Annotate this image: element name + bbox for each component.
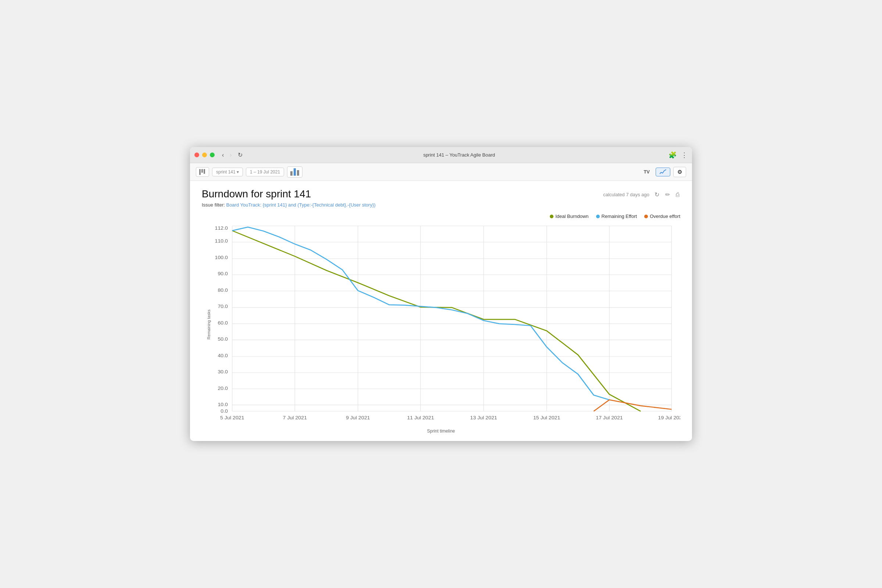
sprint-range-selector[interactable]: 1 – 19 Jul 2021 (246, 168, 284, 176)
legend-ideal: Ideal Burndown (550, 213, 588, 219)
browser-title: sprint 141 – YouTrack Agile Board (250, 152, 669, 158)
svg-rect-2 (204, 169, 205, 174)
svg-text:17 Jul 2021: 17 Jul 2021 (596, 415, 622, 420)
reload-button[interactable]: ↻ (236, 151, 244, 159)
sprint-label: sprint 141 ▾ (216, 170, 239, 175)
overdue-effort-label: Overdue effort (650, 213, 680, 219)
browser-actions: 🧩 ⋮ (669, 151, 688, 159)
svg-text:10.0: 10.0 (218, 402, 228, 407)
x-axis-label: Sprint timeline (202, 429, 680, 434)
svg-text:15 Jul 2021: 15 Jul 2021 (533, 415, 560, 420)
print-button[interactable]: ⎙ (675, 191, 680, 199)
burndown-chart: 0.0 10.0 20.0 30.0 40.0 50.0 60.0 70.0 8… (202, 222, 680, 427)
board-icon-button[interactable] (196, 167, 209, 177)
title-bar: ‹ › ↻ sprint 141 – YouTrack Agile Board … (190, 147, 692, 163)
svg-text:100.0: 100.0 (214, 255, 228, 260)
overdue-effort-line (594, 400, 671, 411)
back-button[interactable]: ‹ (220, 151, 225, 159)
svg-rect-4 (294, 168, 296, 176)
y-axis-label: Remaining tasks (207, 309, 211, 339)
svg-text:5 Jul 2021: 5 Jul 2021 (220, 415, 244, 420)
svg-text:90.0: 90.0 (218, 271, 228, 276)
forward-button[interactable]: › (228, 151, 233, 159)
refresh-button[interactable]: ↻ (654, 190, 660, 199)
svg-text:80.0: 80.0 (218, 288, 228, 293)
sprint-selector[interactable]: sprint 141 ▾ (212, 168, 243, 176)
header-actions: calculated 7 days ago ↻ ✏ ⎙ (603, 188, 680, 199)
svg-text:110.0: 110.0 (214, 238, 228, 243)
board-icon (199, 169, 206, 175)
chart-icon (290, 168, 299, 176)
ideal-burndown-line (232, 231, 640, 411)
browser-window: ‹ › ↻ sprint 141 – YouTrack Agile Board … (190, 147, 692, 441)
overdue-effort-dot (644, 214, 648, 218)
ideal-burndown-label: Ideal Burndown (555, 213, 588, 219)
svg-text:50.0: 50.0 (218, 337, 228, 342)
extensions-icon[interactable]: 🧩 (669, 151, 676, 159)
issue-filter: Issue filter: Board YouTrack: {sprint 14… (202, 202, 680, 208)
svg-rect-0 (199, 169, 201, 175)
svg-text:60.0: 60.0 (218, 321, 228, 326)
page-title: Burndown for sprint 141 (202, 188, 311, 200)
svg-text:30.0: 30.0 (218, 369, 228, 375)
toolbar-right: TV ⚙ (640, 167, 686, 177)
svg-text:20.0: 20.0 (218, 386, 228, 391)
maximize-button[interactable] (210, 153, 214, 157)
svg-text:40.0: 40.0 (218, 353, 228, 358)
svg-rect-1 (201, 169, 203, 173)
ideal-burndown-dot (550, 214, 554, 218)
svg-rect-3 (290, 171, 292, 176)
legend-remaining: Remaining Effort (596, 213, 637, 219)
minimize-button[interactable] (202, 153, 207, 157)
traffic-lights (194, 153, 214, 157)
chart-container: Ideal Burndown Remaining Effort Overdue … (202, 213, 680, 434)
settings-button[interactable]: ⚙ (673, 167, 686, 177)
chart-legend: Ideal Burndown Remaining Effort Overdue … (202, 213, 680, 219)
remaining-effort-dot (596, 214, 600, 218)
chart-view-button[interactable] (656, 168, 670, 176)
svg-text:13 Jul 2021: 13 Jul 2021 (470, 415, 497, 420)
nav-buttons: ‹ › ↻ (220, 151, 244, 159)
remaining-effort-label: Remaining Effort (602, 213, 637, 219)
svg-text:0.0: 0.0 (220, 409, 228, 414)
svg-text:70.0: 70.0 (218, 304, 228, 309)
legend-overdue: Overdue effort (644, 213, 680, 219)
svg-rect-5 (297, 170, 299, 176)
issue-filter-link[interactable]: Board YouTrack: {sprint 141} and (Type:-… (226, 202, 375, 208)
issue-filter-prefix: Issue filter: (202, 202, 226, 208)
svg-text:7 Jul 2021: 7 Jul 2021 (283, 415, 307, 420)
tv-button[interactable]: TV (640, 168, 652, 176)
chart-view-icon (660, 170, 666, 175)
menu-icon[interactable]: ⋮ (681, 151, 688, 159)
svg-text:11 Jul 2021: 11 Jul 2021 (407, 415, 434, 420)
chart-type-button[interactable] (287, 166, 303, 177)
calculated-timestamp: calculated 7 days ago (603, 192, 650, 197)
content-area: Burndown for sprint 141 calculated 7 day… (190, 181, 692, 441)
svg-text:9 Jul 2021: 9 Jul 2021 (346, 415, 370, 420)
toolbar: sprint 141 ▾ 1 – 19 Jul 2021 TV ⚙ (190, 163, 692, 181)
edit-button[interactable]: ✏ (664, 190, 670, 199)
page-header: Burndown for sprint 141 calculated 7 day… (202, 188, 680, 200)
sprint-range-label: 1 – 19 Jul 2021 (250, 170, 280, 175)
svg-text:112.0: 112.0 (214, 226, 228, 231)
svg-text:19 Jul 2021: 19 Jul 2021 (658, 415, 680, 420)
close-button[interactable] (194, 153, 199, 157)
remaining-effort-line (232, 227, 609, 400)
